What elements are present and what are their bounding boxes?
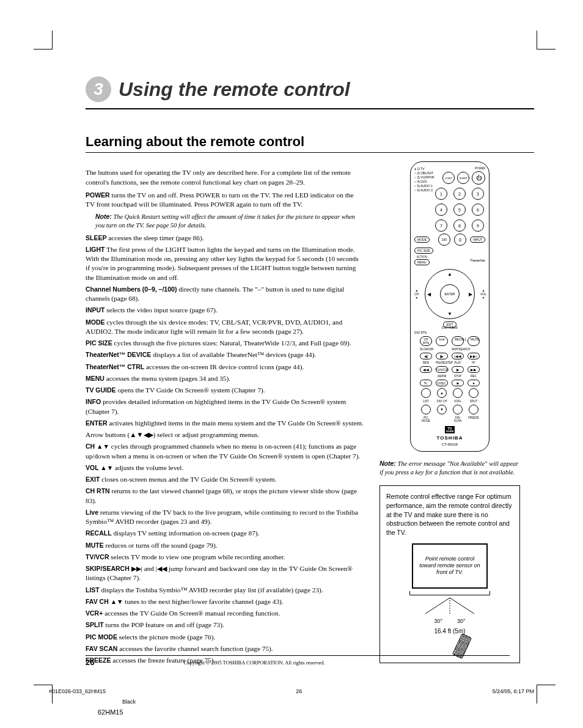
range-box: Remote control effective range For optim… [380, 485, 520, 663]
def: LIST displays the Toshiba Symbio™ AVHD r… [86, 586, 364, 595]
def: CH ▲▼ cycles through programmed channels… [86, 442, 364, 461]
def: MENU accesses the menu system (pages 34 … [86, 374, 364, 383]
def: FAV SCAN accesses the favorite channel s… [86, 644, 364, 653]
sidebar-column: ● 1) TV○ 2) CBL/SAT○ 3) VCR/PVR○ 4) DVD○… [380, 161, 520, 667]
def: RECALL displays TV setting information o… [86, 529, 364, 538]
copyright: Copyright © 2005 TOSHIBA CORPORATION. Al… [183, 660, 324, 666]
section-title: Learning about the remote control [86, 134, 534, 150]
svg-line-0 [425, 598, 450, 614]
def: TheaterNet™ CTRL accesses the on-screen … [86, 362, 364, 372]
def: TV GUIDE opens the TV Guide On Screen® s… [86, 386, 364, 395]
remote-sleep: SLEEP [457, 172, 469, 184]
def: Live returns viewing of the TV back to t… [86, 508, 364, 527]
remote-light: LIGHT [442, 172, 455, 184]
def: Channel Numbers (0–9, –/100) directly tu… [86, 285, 364, 304]
section-rule [86, 152, 534, 153]
print-meta: #01E026-033_62HM15 26 5/24/05, 6:17 PM [49, 688, 534, 694]
side-note: Note: The error message "Not Available" … [380, 459, 520, 477]
remote-dpad: ENTER ▲▼ ◀▶ ▲CH▼ ▲VOL▼ [425, 269, 475, 319]
remote-illustration: ● 1) TV○ 2) CBL/SAT○ 3) VCR/PVR○ 4) DVD○… [410, 161, 490, 452]
range-text: Remote control effective range For optim… [386, 492, 513, 537]
tv-diagram: Point remote control toward remote senso… [386, 543, 513, 658]
def: LIGHT The first press of the LIGHT butto… [86, 245, 364, 282]
chapter-number-badge: 3 [86, 76, 111, 102]
def: PIC MODE selects the picture mode (page … [86, 633, 364, 642]
note-quick-restart: Note: The Quick Restart setting will aff… [95, 212, 364, 230]
def: ENTER activates highlighted items in the… [86, 419, 364, 428]
intro-text: The buttons used for operating the TV on… [86, 168, 364, 187]
chapter-rule [86, 108, 534, 109]
def: VOL ▲▼ adjusts the volume level. [86, 463, 364, 472]
body-column: The buttons used for operating the TV on… [86, 161, 364, 667]
def: EXIT closes on-screen menus and the TV G… [86, 475, 364, 484]
remote-power: ⏻ [472, 171, 485, 185]
def: MUTE reduces or turns off the sound (pag… [86, 541, 364, 550]
footer: 26 Copyright © 2005 TOSHIBA CORPORATION.… [86, 655, 510, 667]
print-model: 62HM15 [98, 708, 123, 716]
def: INFO provides detailed information on hi… [86, 397, 364, 416]
def: INPUT selects the video input source (pa… [86, 306, 364, 315]
def: SLEEP accesses the sleep timer (page 86)… [86, 233, 364, 243]
svg-line-1 [450, 598, 474, 614]
def: SKIP/SEARCH ▶▶| and |◀◀ jump forward and… [86, 564, 364, 583]
chapter-title: Using the remote control [119, 78, 350, 101]
def: CH RTN returns to the last viewed channe… [86, 487, 364, 506]
def: MODE cycles through the six device modes… [86, 318, 364, 337]
def: PIC SIZE cycles through the five picture… [86, 339, 364, 348]
print-color: Black [122, 699, 136, 705]
def: TheaterNet™ DEVICE displays a list of av… [86, 350, 364, 359]
def-power: POWER turns the TV on and off. Press POW… [86, 191, 364, 210]
chapter-header: 3 Using the remote control [86, 76, 534, 105]
page-number: 26 [86, 658, 94, 667]
angle-lines [413, 598, 486, 615]
arrow-buttons-line: Arrow buttons (▲▼◀▶) select or adjust pr… [86, 430, 364, 439]
def: FAV CH ▲▼ tunes to the next higher/lower… [86, 597, 364, 606]
def: TV/VCR selects TV mode to view one progr… [86, 553, 364, 562]
def: VCR+ accesses the TV Guide On Screen® ma… [86, 609, 364, 618]
def: SPLIT turns the POP feature on and off (… [86, 620, 364, 630]
